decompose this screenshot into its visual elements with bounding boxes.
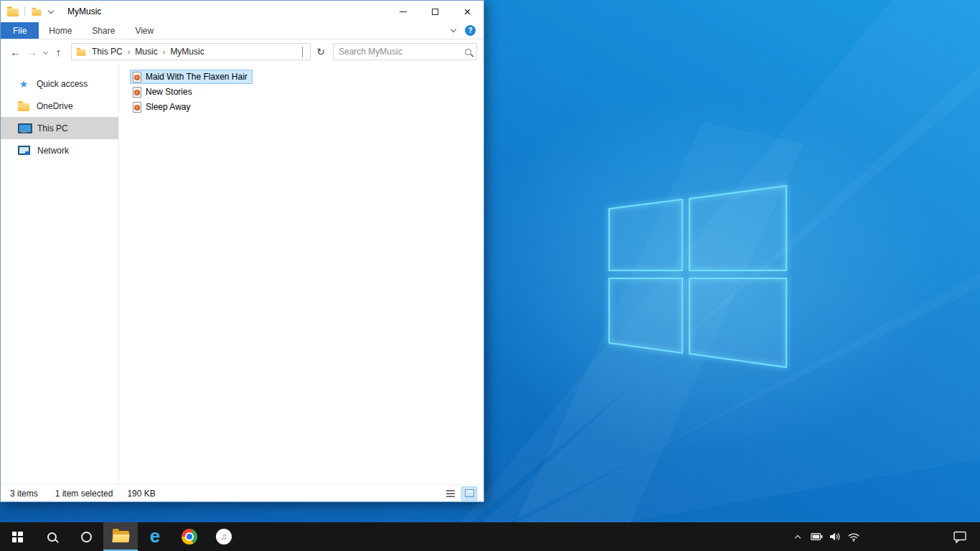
address-box[interactable]: This PC › Music › MyMusic xyxy=(71,43,311,60)
window-folder-icon xyxy=(7,9,19,17)
sidebar-item-label: This PC xyxy=(37,123,68,133)
sidebar-item-this-pc[interactable]: This PC xyxy=(1,117,118,139)
windows-logo-icon xyxy=(12,532,23,542)
action-center-icon xyxy=(953,531,966,543)
address-bar: ← → ↑ This PC › Music › MyMusic ↻ xyxy=(1,39,484,64)
selection-size: 190 KB xyxy=(127,489,155,499)
navigation-pane: ★ Quick access OneDrive This PC Network xyxy=(1,64,119,484)
tab-view[interactable]: View xyxy=(125,22,164,39)
breadcrumb-this-pc[interactable]: This PC xyxy=(87,47,128,57)
taskbar-chrome-button[interactable] xyxy=(172,522,207,551)
chevron-up-icon xyxy=(795,534,801,540)
sidebar-item-onedrive[interactable]: OneDrive xyxy=(1,95,118,117)
network-icon xyxy=(18,146,30,155)
minimize-button[interactable] xyxy=(387,1,419,22)
network-tray-button[interactable] xyxy=(844,532,863,542)
folder-icon xyxy=(18,103,29,111)
chevron-down-icon xyxy=(302,47,303,57)
help-icon[interactable]: ? xyxy=(465,25,476,36)
search-icon[interactable] xyxy=(465,49,471,55)
taskbar-itunes-button[interactable]: ♫ xyxy=(207,522,241,551)
taskbar-file-explorer-button[interactable] xyxy=(103,522,138,551)
close-button[interactable]: × xyxy=(451,1,484,22)
star-icon: ★ xyxy=(18,79,29,89)
internet-explorer-icon: e xyxy=(150,527,160,545)
file-list[interactable]: Maid With The Flaxen Hair New Stories Sl… xyxy=(119,64,484,484)
sidebar-item-label: OneDrive xyxy=(37,101,73,111)
start-button[interactable] xyxy=(0,522,34,551)
music-file-icon xyxy=(133,72,141,83)
item-count: 3 items xyxy=(10,489,38,499)
qat-folder-icon[interactable] xyxy=(32,9,42,16)
speaker-icon xyxy=(830,532,841,541)
title-bar[interactable]: MyMusic × xyxy=(1,1,484,22)
taskbar-search-button[interactable] xyxy=(34,522,69,551)
window-title: MyMusic xyxy=(67,6,101,17)
breadcrumb-music[interactable]: Music xyxy=(130,47,162,57)
music-file-icon xyxy=(133,87,141,98)
wifi-icon xyxy=(848,532,859,542)
chrome-icon xyxy=(182,529,197,545)
action-center-button[interactable] xyxy=(943,531,976,543)
forward-button[interactable]: → xyxy=(24,46,40,58)
view-switcher xyxy=(443,487,476,500)
folder-icon xyxy=(113,531,129,542)
location-folder-icon xyxy=(77,50,86,56)
maximize-button[interactable] xyxy=(419,1,451,22)
breadcrumb-mymusic[interactable]: MyMusic xyxy=(165,47,209,57)
file-name: New Stories xyxy=(146,87,192,97)
cortana-circle-icon xyxy=(81,532,92,542)
cortana-button[interactable] xyxy=(69,522,103,551)
close-icon: × xyxy=(464,6,471,18)
search-box[interactable] xyxy=(333,43,477,60)
chevron-down-icon xyxy=(42,49,47,54)
up-button[interactable]: ↑ xyxy=(50,46,67,58)
search-input[interactable] xyxy=(339,47,465,57)
taskbar: e ♫ xyxy=(0,522,980,551)
sidebar-item-network[interactable]: Network xyxy=(1,139,118,161)
window-controls: × xyxy=(387,1,484,22)
details-view-icon xyxy=(446,493,455,494)
sidebar-item-label: Quick access xyxy=(37,79,88,89)
maximize-icon xyxy=(432,9,438,15)
window-body: ★ Quick access OneDrive This PC Network … xyxy=(1,64,484,484)
system-tray xyxy=(788,522,980,551)
sidebar-item-quick-access[interactable]: ★ Quick access xyxy=(1,72,118,95)
selection-count: 1 item selected xyxy=(55,489,113,499)
itunes-icon: ♫ xyxy=(216,529,232,545)
file-name: Maid With The Flaxen Hair xyxy=(146,72,248,82)
search-icon xyxy=(47,532,57,542)
details-view-button[interactable] xyxy=(443,487,458,500)
tab-share[interactable]: Share xyxy=(82,22,125,39)
minimize-icon xyxy=(400,11,407,12)
qat-separator xyxy=(24,6,25,17)
volume-tray-button[interactable] xyxy=(826,532,844,541)
music-file-icon xyxy=(133,102,141,113)
recent-locations-button[interactable] xyxy=(40,50,50,54)
tab-file[interactable]: File xyxy=(1,22,39,39)
status-bar: 3 items 1 item selected 190 KB xyxy=(1,484,484,501)
battery-icon xyxy=(811,533,823,540)
back-button[interactable]: ← xyxy=(7,46,24,58)
ribbon-tabs: File Home Share View ? xyxy=(1,22,484,39)
refresh-button[interactable]: ↻ xyxy=(313,46,329,57)
expand-ribbon-chevron-icon[interactable] xyxy=(451,27,456,32)
show-hidden-icons-button[interactable] xyxy=(788,534,807,540)
monitor-icon xyxy=(18,123,30,133)
qat-chevron-icon[interactable] xyxy=(48,7,54,13)
battery-tray-button[interactable] xyxy=(807,533,826,540)
file-item[interactable]: New Stories xyxy=(130,85,197,99)
thumbnail-view-icon xyxy=(465,489,474,497)
file-explorer-window: MyMusic × File Home Share View ? ← → ↑ T… xyxy=(0,0,484,502)
file-name: Sleep Away xyxy=(146,102,191,112)
file-item-selected[interactable]: Maid With The Flaxen Hair xyxy=(130,70,253,84)
taskbar-internet-explorer-button[interactable]: e xyxy=(138,522,172,551)
sidebar-item-label: Network xyxy=(37,146,69,156)
tab-home[interactable]: Home xyxy=(39,22,82,39)
address-dropdown-button[interactable] xyxy=(298,47,306,57)
file-item[interactable]: Sleep Away xyxy=(130,100,196,114)
thumbnail-view-button[interactable] xyxy=(462,487,476,500)
